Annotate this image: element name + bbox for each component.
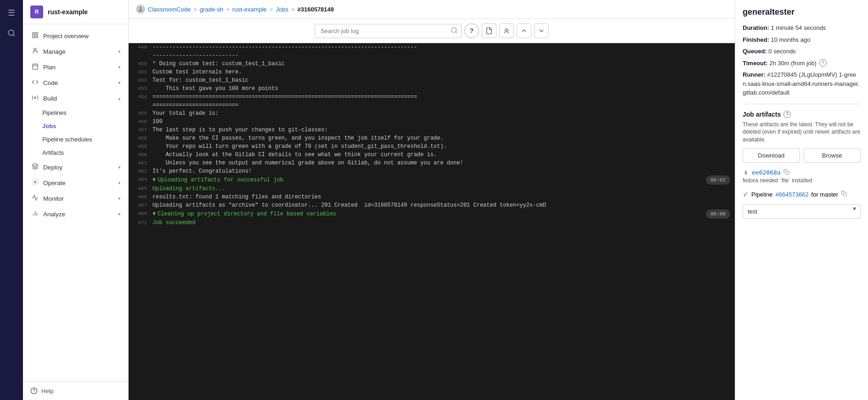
sidebar-item-artifacts[interactable]: Artifacts — [23, 146, 128, 159]
copy-pipeline-icon[interactable] — [841, 191, 847, 198]
runner-label: Runner: — [743, 71, 766, 78]
search-input[interactable] — [315, 24, 462, 38]
sidebar-item-analyze[interactable]: Analyze ▾ — [23, 206, 128, 222]
scroll-top-button[interactable] — [517, 23, 531, 38]
log-line: 462 It's perfect. Congratulations! — [129, 167, 735, 175]
svg-point-20 — [451, 28, 457, 33]
svg-line-1 — [13, 34, 14, 36]
copy-commit-icon[interactable] — [783, 169, 789, 176]
operate-icon — [32, 179, 39, 187]
scroll-follow-button[interactable] — [499, 23, 514, 38]
pipeline-branch-label: for master — [812, 191, 839, 198]
scroll-bottom-button[interactable] — [534, 23, 549, 38]
svg-point-19 — [140, 7, 142, 9]
commit-icon — [743, 169, 749, 176]
svg-rect-3 — [36, 33, 38, 34]
sidebar-item-operate[interactable]: Operate ▾ — [23, 175, 128, 191]
menu-icon[interactable]: ☰ — [3, 5, 20, 21]
artifacts-desc: These artifacts are the latest. They wil… — [743, 121, 861, 144]
code-icon — [32, 79, 39, 87]
commit-row: ee62068a — [743, 169, 861, 176]
section-collapse-icon[interactable]: ▼ — [152, 176, 156, 184]
raw-log-button[interactable] — [482, 23, 496, 38]
log-toolbar: ? — [129, 19, 735, 43]
right-panel-title: generaltester — [743, 7, 861, 17]
sidebar-item-label: Build — [43, 95, 57, 102]
log-line: 450 * Doing custom test: custom_test_1_b… — [129, 60, 735, 68]
duration-row: Duration: 1 minute 54 seconds — [743, 23, 861, 33]
right-panel: generaltester Duration: 1 minute 54 seco… — [735, 0, 868, 400]
project-name: rust-example — [48, 8, 88, 16]
queued-label: Queued: — [743, 48, 767, 55]
breadcrumb-sep-1: > — [193, 6, 197, 13]
sidebar-item-manage[interactable]: Manage ▾ — [23, 44, 128, 59]
search-icon[interactable] — [3, 25, 20, 41]
chevron-down-icon: ▾ — [118, 196, 121, 202]
sidebar-item-label: Deploy — [43, 164, 62, 171]
log-line: 453 This test gave you 100 more points — [129, 85, 735, 93]
build-subitems: Pipelines Jobs Pipeline schedules Artifa… — [23, 106, 128, 159]
browse-button[interactable]: Browse — [804, 148, 861, 163]
question-icon: ? — [470, 27, 474, 34]
breadcrumb-project1[interactable]: grade-sh — [200, 6, 223, 13]
log-content[interactable]: 449 ------------------------------------… — [129, 43, 735, 400]
artifacts-buttons: Download Browse — [743, 148, 861, 163]
breadcrumb-org[interactable]: ClassroomCode — [148, 6, 191, 13]
log-line: 459 Your repo will turn green with a gra… — [129, 142, 735, 151]
commit-desc: fedora needed `file` installed — [743, 177, 861, 184]
sidebar-item-pipelines[interactable]: Pipelines — [23, 106, 128, 119]
job-log-area: ? — [129, 19, 735, 400]
sidebar-item-build[interactable]: Build ▴ — [23, 90, 128, 106]
chevron-down-icon: ▾ — [118, 64, 121, 70]
download-button[interactable]: Download — [743, 148, 800, 163]
sidebar-item-label: Project overview — [43, 33, 89, 39]
sidebar-item-jobs[interactable]: Jobs — [23, 119, 128, 133]
pipeline-id[interactable]: #664573662 — [775, 191, 808, 198]
breadcrumb-project2[interactable]: rust-example — [232, 6, 267, 13]
help-label: Help — [41, 388, 54, 394]
sidebar-item-monitor[interactable]: Monitor ▾ — [23, 191, 128, 206]
log-line: 471 Job succeeded — [129, 219, 735, 227]
chevron-down-icon: ▾ — [118, 164, 121, 170]
breadcrumb-section[interactable]: Jobs — [276, 6, 288, 13]
job-artifacts-title: Job artifacts ? — [743, 111, 861, 118]
help-tooltip-button[interactable]: ? — [464, 23, 479, 38]
log-line: 456 100 — [129, 118, 735, 126]
svg-point-11 — [34, 97, 36, 99]
sidebar-item-deploy[interactable]: Deploy ▾ — [23, 159, 128, 175]
sidebar-item-label: Operate — [43, 180, 66, 186]
sidebar-nav: Project overview Manage ▾ — [23, 24, 128, 381]
commit-hash[interactable]: ee62068a — [752, 169, 781, 176]
pipeline-row: ✓ Pipeline #664573662 for master — [743, 190, 861, 199]
log-line: 461 Unless you see the output and numeri… — [129, 159, 735, 167]
sidebar-item-project-overview[interactable]: Project overview — [23, 28, 128, 44]
breadcrumb-sep-3: > — [270, 6, 273, 13]
log-line: 467 Uploading artifacts as "archive" to … — [129, 201, 735, 209]
log-line: 452 Test for: custom_test_1_basic — [129, 76, 735, 85]
svg-rect-7 — [33, 64, 38, 69]
search-submit-icon — [451, 27, 458, 35]
sidebar-item-code[interactable]: Code ▾ — [23, 75, 128, 90]
svg-marker-12 — [32, 163, 38, 166]
svg-point-22 — [745, 172, 747, 174]
sidebar-header: R rust-example — [23, 0, 128, 24]
artifacts-help-icon[interactable]: ? — [783, 111, 791, 118]
avatar: R — [30, 6, 43, 18]
chevron-down-icon: ▾ — [118, 211, 121, 217]
sidebar-item-plan[interactable]: Plan ▾ — [23, 59, 128, 75]
help-item[interactable]: Help — [23, 381, 128, 400]
timeout-help-icon[interactable]: ? — [819, 59, 827, 67]
stage-select-wrap: test build deploy — [743, 199, 861, 219]
chevron-down-icon: ▾ — [118, 49, 121, 55]
timeout-label: Timeout: — [743, 60, 768, 67]
chevron-down-icon: ▾ — [118, 80, 121, 86]
main-area: ClassroomCode > grade-sh > rust-example … — [129, 0, 735, 400]
section-collapse-icon[interactable]: ▼ — [152, 210, 156, 218]
log-line: 451 Custom test internals here. — [129, 68, 735, 76]
timeout-value: 2h 30m (from job) — [769, 60, 817, 67]
pipeline-label: Pipeline — [751, 191, 772, 198]
stage-select[interactable]: test build deploy — [743, 204, 861, 219]
svg-rect-2 — [33, 33, 34, 34]
svg-rect-26 — [843, 193, 846, 196]
sidebar-item-pipeline-schedules[interactable]: Pipeline schedules — [23, 133, 128, 146]
